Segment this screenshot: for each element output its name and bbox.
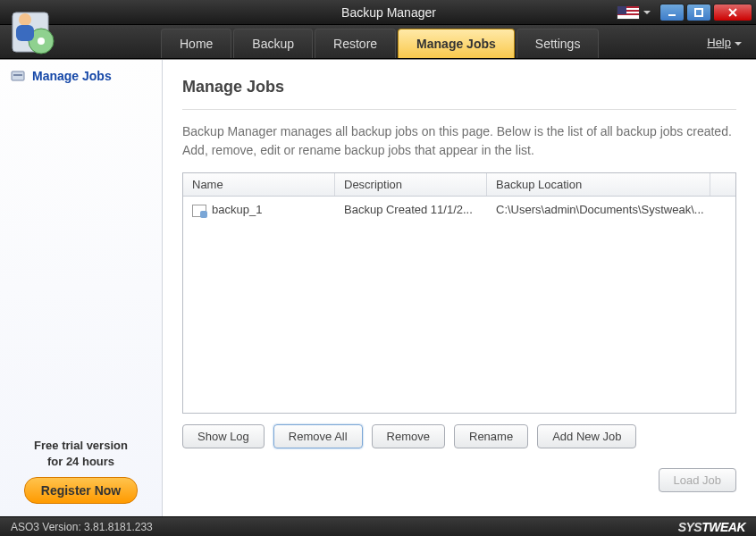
status-bar: ASO3 Version: 3.81.8181.233 SYSTWEAK [0, 516, 756, 536]
col-header-location[interactable]: Backup Location [487, 173, 710, 196]
app-logo-icon [7, 7, 64, 57]
maximize-button[interactable] [686, 4, 711, 21]
col-header-spacer [710, 173, 735, 196]
svg-point-6 [38, 38, 45, 45]
table-header: Name Description Backup Location [183, 173, 735, 197]
trial-text: Free trial version for 24 hours [7, 438, 155, 470]
backup-file-icon [192, 205, 206, 217]
sidebar-item-manage-jobs[interactable]: Manage Jobs [0, 60, 162, 92]
cell-name: backup_1 [212, 203, 262, 216]
svg-rect-0 [668, 14, 676, 16]
show-log-button[interactable]: Show Log [182, 424, 265, 448]
svg-rect-10 [13, 74, 22, 76]
help-label: Help [707, 36, 731, 49]
content-area: Manage Jobs Backup Manager manages all b… [163, 60, 756, 516]
tab-restore[interactable]: Restore [315, 29, 396, 58]
rename-button[interactable]: Rename [454, 424, 528, 448]
window-title: Backup Manager [161, 5, 617, 20]
title-bar: Backup Manager [0, 0, 756, 25]
version-text: ASO3 Version: 3.81.8181.233 [11, 521, 153, 533]
trial-line1: Free trial version [7, 438, 155, 454]
sidebar: Manage Jobs Free trial version for 24 ho… [0, 60, 163, 516]
cell-description: Backup Created 11/1/2... [335, 201, 487, 219]
add-new-job-button[interactable]: Add New Job [537, 424, 636, 448]
load-job-button[interactable]: Load Job [659, 468, 737, 492]
divider [182, 109, 736, 110]
register-now-button[interactable]: Register Now [24, 477, 138, 504]
action-button-row: Show Log Remove All Remove Rename Add Ne… [182, 424, 736, 448]
help-menu[interactable]: Help [707, 36, 742, 49]
trial-line2: for 24 hours [7, 454, 155, 470]
table-row[interactable]: backup_1 Backup Created 11/1/2... C:\Use… [183, 197, 735, 223]
cell-location: C:\Users\admin\Documents\Systweak\... [487, 201, 735, 219]
tab-settings[interactable]: Settings [517, 29, 600, 58]
language-flag-icon[interactable] [617, 5, 640, 20]
page-heading: Manage Jobs [182, 78, 736, 96]
page-description: Backup Manager manages all backup jobs o… [182, 122, 736, 160]
language-dropdown-arrow-icon[interactable] [643, 11, 651, 14]
col-header-name[interactable]: Name [183, 173, 335, 196]
svg-rect-8 [16, 25, 34, 41]
chevron-down-icon [735, 42, 742, 46]
minimize-button[interactable] [659, 4, 685, 21]
svg-point-7 [19, 13, 31, 26]
tab-home[interactable]: Home [161, 29, 231, 58]
remove-all-button[interactable]: Remove All [273, 424, 363, 448]
close-button[interactable] [713, 4, 752, 21]
jobs-table: Name Description Backup Location backup_… [182, 172, 736, 414]
sidebar-item-label: Manage Jobs [32, 69, 112, 83]
brand-logo: SYSTWEAK [678, 520, 745, 534]
remove-button[interactable]: Remove [372, 424, 445, 448]
col-header-description[interactable]: Description [335, 173, 487, 196]
main-toolbar: Home Backup Restore Manage Jobs Settings… [0, 25, 756, 59]
manage-jobs-icon [11, 69, 25, 83]
svg-rect-1 [695, 9, 702, 16]
tab-backup[interactable]: Backup [233, 29, 313, 58]
tab-manage-jobs[interactable]: Manage Jobs [398, 29, 515, 58]
